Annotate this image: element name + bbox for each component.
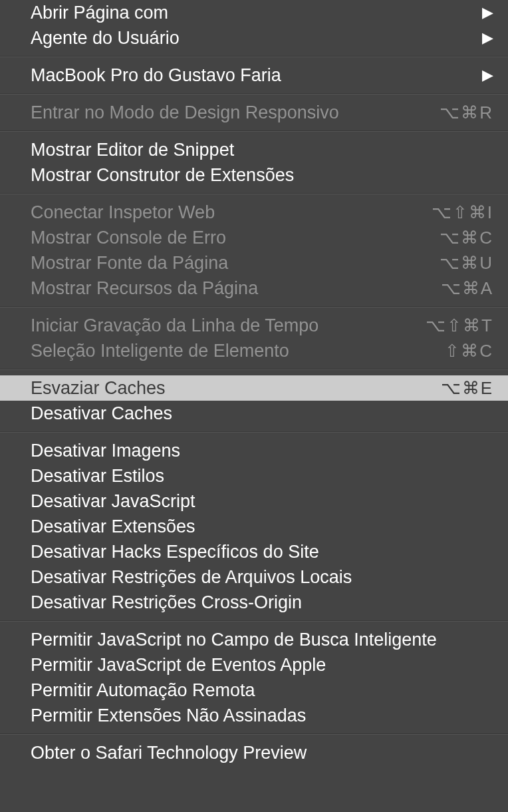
menu-item-disable-styles[interactable]: Desativar Estilos [0, 463, 508, 489]
menu-separator [0, 431, 508, 433]
menu-item-label: Mostrar Editor de Snippet [31, 140, 234, 160]
menu-item-empty-caches[interactable]: Esvaziar Caches ⌥⌘E [0, 375, 508, 401]
menu-item-label: Desativar Restrições de Arquivos Locais [31, 567, 352, 588]
menu-item-label: MacBook Pro do Gustavo Faria [31, 65, 281, 86]
menu-item-open-page-with[interactable]: Abrir Página com ▶ [0, 0, 508, 25]
menu-item-element-selection[interactable]: Seleção Inteligente de Elemento ⇧⌘C [0, 338, 508, 363]
menu-separator [0, 369, 508, 370]
menu-item-label: Conectar Inspetor Web [31, 202, 215, 223]
menu-separator [0, 733, 508, 735]
menu-item-snippet-editor[interactable]: Mostrar Editor de Snippet [0, 137, 508, 162]
menu-item-label: Mostrar Fonte da Página [31, 253, 228, 274]
menu-separator [0, 93, 508, 95]
keyboard-shortcut: ⌥⌘C [440, 228, 493, 248]
menu-separator [0, 56, 508, 57]
menu-item-web-inspector[interactable]: Conectar Inspetor Web ⌥⇧⌘I [0, 200, 508, 225]
menu-item-label: Permitir JavaScript de Eventos Apple [31, 655, 326, 676]
menu-item-label: Mostrar Console de Erro [31, 228, 226, 248]
menu-item-label: Iniciar Gravação da Linha de Tempo [31, 315, 318, 336]
menu-item-label: Desativar Extensões [31, 516, 195, 537]
menu-item-extension-builder[interactable]: Mostrar Construtor de Extensões [0, 162, 508, 188]
menu-item-disable-caches[interactable]: Desativar Caches [0, 401, 508, 426]
menu-item-allow-unsigned-extensions[interactable]: Permitir Extensões Não Assinadas [0, 703, 508, 728]
menu-item-disable-site-hacks[interactable]: Desativar Hacks Específicos do Site [0, 539, 508, 564]
chevron-right-icon: ▶ [482, 4, 493, 21]
keyboard-shortcut: ⌥⇧⌘I [432, 202, 493, 223]
menu-item-label: Desativar Restrições Cross-Origin [31, 592, 302, 613]
menu-item-label: Desativar Hacks Específicos do Site [31, 542, 319, 562]
menu-item-disable-javascript[interactable]: Desativar JavaScript [0, 489, 508, 514]
menu-item-label: Permitir Automação Remota [31, 680, 255, 701]
menu-item-label: Obter o Safari Technology Preview [31, 743, 307, 763]
menu-item-label: Abrir Página com [31, 3, 168, 23]
menu-item-allow-remote-automation[interactable]: Permitir Automação Remota [0, 678, 508, 703]
menu-item-get-safari-technology-preview[interactable]: Obter o Safari Technology Preview [0, 740, 508, 765]
keyboard-shortcut: ⇧⌘C [445, 341, 493, 361]
menu-item-macbook[interactable]: MacBook Pro do Gustavo Faria ▶ [0, 63, 508, 88]
menu-item-disable-cross-origin-restrictions[interactable]: Desativar Restrições Cross-Origin [0, 590, 508, 615]
menu-item-label: Permitir Extensões Não Assinadas [31, 706, 306, 726]
submenu-indicator: ▶ [477, 29, 493, 47]
menu-item-timeline-recording[interactable]: Iniciar Gravação da Linha de Tempo ⌥⇧⌘T [0, 313, 508, 338]
menu-item-label: Mostrar Construtor de Extensões [31, 165, 294, 186]
menu-item-disable-extensions[interactable]: Desativar Extensões [0, 514, 508, 539]
menu-item-page-resources[interactable]: Mostrar Recursos da Página ⌥⌘A [0, 276, 508, 301]
chevron-right-icon: ▶ [482, 67, 493, 84]
chevron-right-icon: ▶ [482, 29, 493, 47]
submenu-indicator: ▶ [477, 4, 493, 21]
menu-separator [0, 620, 508, 622]
menu-item-allow-js-search[interactable]: Permitir JavaScript no Campo de Busca In… [0, 627, 508, 652]
menu-separator [0, 193, 508, 194]
menu-separator [0, 306, 508, 307]
menu-item-label: Mostrar Recursos da Página [31, 278, 258, 299]
menu-item-label: Seleção Inteligente de Elemento [31, 341, 289, 361]
menu-item-label: Desativar JavaScript [31, 491, 195, 512]
keyboard-shortcut: ⌥⌘U [440, 253, 493, 274]
context-menu: Abrir Página com ▶ Agente do Usuário ▶ M… [0, 0, 508, 765]
keyboard-shortcut: ⌥⌘A [441, 278, 493, 299]
menu-item-error-console[interactable]: Mostrar Console de Erro ⌥⌘C [0, 225, 508, 250]
menu-item-label: Esvaziar Caches [31, 378, 166, 399]
menu-item-user-agent[interactable]: Agente do Usuário ▶ [0, 25, 508, 51]
menu-item-responsive-design[interactable]: Entrar no Modo de Design Responsivo ⌥⌘R [0, 100, 508, 125]
menu-item-label: Entrar no Modo de Design Responsivo [31, 102, 339, 123]
menu-item-label: Desativar Estilos [31, 466, 164, 487]
menu-item-page-source[interactable]: Mostrar Fonte da Página ⌥⌘U [0, 250, 508, 276]
menu-item-disable-local-file-restrictions[interactable]: Desativar Restrições de Arquivos Locais [0, 564, 508, 590]
menu-item-label: Permitir JavaScript no Campo de Busca In… [31, 630, 437, 650]
menu-item-label: Agente do Usuário [31, 28, 180, 49]
menu-item-allow-js-apple-events[interactable]: Permitir JavaScript de Eventos Apple [0, 652, 508, 678]
submenu-indicator: ▶ [477, 67, 493, 84]
keyboard-shortcut: ⌥⌘E [441, 378, 493, 399]
menu-item-label: Desativar Caches [31, 403, 172, 424]
menu-separator [0, 130, 508, 132]
menu-item-disable-images[interactable]: Desativar Imagens [0, 438, 508, 463]
menu-item-label: Desativar Imagens [31, 441, 180, 461]
keyboard-shortcut: ⌥⌘R [440, 102, 493, 123]
keyboard-shortcut: ⌥⇧⌘T [426, 315, 493, 336]
